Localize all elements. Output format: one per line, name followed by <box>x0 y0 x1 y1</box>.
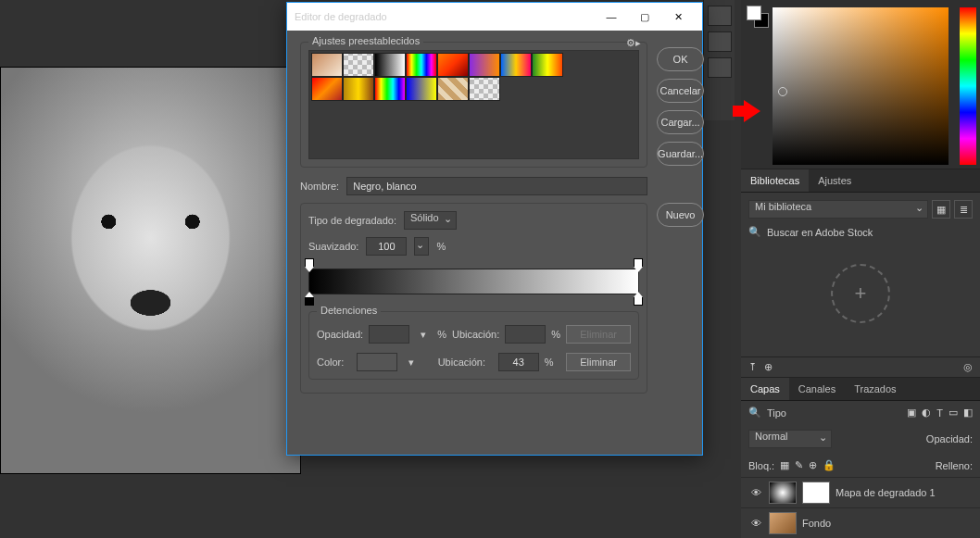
name-label: Nombre: <box>300 181 339 192</box>
smoothness-label: Suavizado: <box>308 241 358 252</box>
presets-grid <box>308 50 639 159</box>
layer-name[interactable]: Mapa de degradado 1 <box>836 487 936 498</box>
load-button[interactable]: Cargar... <box>657 110 704 134</box>
visibility-toggle[interactable]: 👁 <box>748 487 763 498</box>
layer-thumbnail[interactable] <box>769 482 797 504</box>
color-handle[interactable] <box>778 87 787 96</box>
preset-swatch[interactable] <box>532 53 563 77</box>
right-panels: Bibliotecas Ajustes Mi biblioteca ▦ ≣ 🔍B… <box>741 0 980 538</box>
cc-icon[interactable]: ◎ <box>963 361 973 373</box>
preset-swatch[interactable] <box>469 77 500 101</box>
opacity-label: Opacidad: <box>317 329 363 340</box>
location-label: Ubicación: <box>438 357 493 368</box>
layer-row[interactable]: 👁 Mapa de degradado 1 <box>741 477 980 507</box>
color-panel <box>741 0 980 169</box>
opacity-location-input <box>505 325 546 344</box>
layer-name[interactable]: Fondo <box>802 518 831 529</box>
tab-canales[interactable]: Canales <box>789 378 845 400</box>
layer-row[interactable]: 👁 Fondo <box>741 507 980 538</box>
percent-label: % <box>436 241 446 252</box>
panel-icon[interactable] <box>708 6 732 26</box>
color-stop[interactable] <box>634 296 643 306</box>
preset-swatch[interactable] <box>311 53 343 77</box>
color-stop[interactable] <box>305 296 314 306</box>
opacity-input <box>369 325 409 344</box>
preset-swatch[interactable] <box>374 53 406 77</box>
type-label: Tipo de degradado: <box>308 215 396 226</box>
visibility-toggle[interactable]: 👁 <box>748 518 763 529</box>
gradient-name-input[interactable] <box>346 177 647 195</box>
collapsed-panel-dock <box>703 0 735 120</box>
grid-view-button[interactable]: ▦ <box>932 200 950 219</box>
preset-swatch[interactable] <box>374 77 406 101</box>
mask-thumbnail[interactable] <box>802 482 830 504</box>
hue-slider[interactable] <box>960 7 976 165</box>
foreground-background-swatch[interactable] <box>747 6 769 28</box>
add-icon[interactable]: ⊕ <box>764 361 773 373</box>
tab-trazados[interactable]: Trazados <box>845 378 905 400</box>
annotation-arrow <box>744 100 760 122</box>
color-location-input[interactable] <box>498 353 539 371</box>
gradient-type-select[interactable]: Sólido <box>404 211 457 230</box>
stock-search[interactable]: 🔍Buscar en Adobe Stock <box>748 226 973 238</box>
opacity-stop[interactable] <box>305 258 314 268</box>
preset-swatch[interactable] <box>311 77 343 101</box>
tab-capas[interactable]: Capas <box>741 378 789 400</box>
panel-icon[interactable] <box>708 31 732 52</box>
preset-swatch[interactable] <box>437 53 469 77</box>
minimize-button[interactable]: — <box>595 3 628 31</box>
gear-icon[interactable]: ⚙▸ <box>626 37 641 49</box>
dialog-title: Editor de degradado <box>295 11 387 22</box>
preset-swatch[interactable] <box>343 53 374 77</box>
color-label: Color: <box>317 357 351 368</box>
gradient-editor-dialog: Editor de degradado — ▢ ✕ Ajustes preest… <box>286 2 703 456</box>
saturation-field[interactable] <box>773 7 949 165</box>
stops-label: Detenciones <box>317 305 381 316</box>
preset-swatch[interactable] <box>406 53 437 77</box>
stop-color-swatch[interactable] <box>357 353 397 371</box>
opacity-stop[interactable] <box>634 258 643 268</box>
gradient-ramp[interactable] <box>308 269 639 294</box>
delete-color-stop-button[interactable]: Eliminar <box>566 353 631 371</box>
cancel-button[interactable]: Cancelar <box>657 79 704 103</box>
smoothness-input[interactable] <box>366 237 407 256</box>
new-button[interactable]: Nuevo <box>657 203 704 227</box>
dialog-titlebar[interactable]: Editor de degradado — ▢ ✕ <box>287 3 702 31</box>
blend-mode-select[interactable]: Normal <box>748 430 832 448</box>
search-icon: 🔍 <box>748 226 761 238</box>
ok-button[interactable]: OK <box>657 47 704 71</box>
document-canvas[interactable] <box>0 67 301 474</box>
close-button[interactable]: ✕ <box>661 3 695 31</box>
preset-swatch[interactable] <box>343 77 374 101</box>
save-button[interactable]: Guardar... <box>657 142 704 166</box>
layer-thumbnail[interactable] <box>769 512 797 534</box>
panel-icon[interactable] <box>708 57 732 78</box>
library-select[interactable]: Mi biblioteca <box>748 200 928 219</box>
add-to-library-button[interactable]: + <box>831 264 890 323</box>
preset-swatch[interactable] <box>437 77 469 101</box>
list-view-button[interactable]: ≣ <box>954 200 973 219</box>
smoothness-dropdown[interactable] <box>414 237 429 256</box>
upload-icon[interactable]: ⤒ <box>748 361 757 373</box>
location-label: Ubicación: <box>452 329 499 340</box>
maximize-button[interactable]: ▢ <box>628 3 661 31</box>
presets-label: Ajustes preestablecidos <box>308 35 423 46</box>
preset-swatch[interactable] <box>500 53 532 77</box>
delete-opacity-stop-button: Eliminar <box>566 325 631 344</box>
tab-bibliotecas[interactable]: Bibliotecas <box>741 169 809 192</box>
preset-swatch[interactable] <box>469 53 500 77</box>
preset-swatch[interactable] <box>406 77 437 101</box>
tab-ajustes[interactable]: Ajustes <box>809 169 861 192</box>
